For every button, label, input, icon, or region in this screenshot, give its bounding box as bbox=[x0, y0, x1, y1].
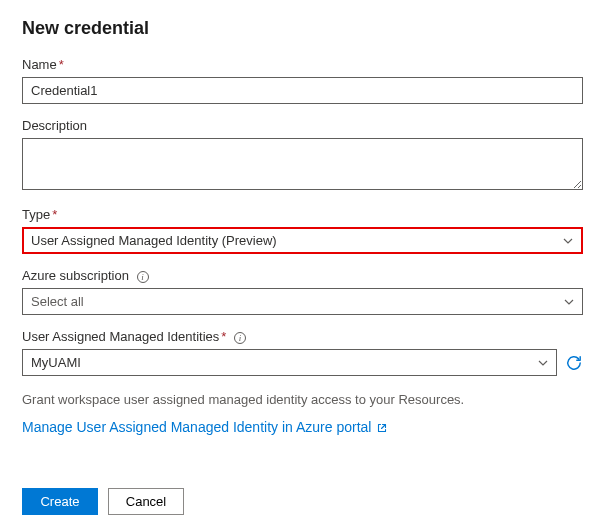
info-icon[interactable]: i bbox=[234, 332, 246, 344]
uami-select[interactable]: MyUAMI bbox=[22, 349, 557, 376]
page-title: New credential bbox=[22, 18, 583, 39]
info-icon[interactable]: i bbox=[137, 271, 149, 283]
chevron-down-icon bbox=[563, 238, 573, 244]
cancel-button[interactable]: Cancel bbox=[108, 488, 184, 515]
name-label: Name* bbox=[22, 57, 583, 72]
chevron-down-icon bbox=[564, 299, 574, 305]
refresh-icon[interactable] bbox=[565, 354, 583, 372]
type-select[interactable]: User Assigned Managed Identity (Preview) bbox=[22, 227, 583, 254]
name-input[interactable] bbox=[22, 77, 583, 104]
type-label: Type* bbox=[22, 207, 583, 222]
subscription-label: Azure subscription i bbox=[22, 268, 583, 283]
subscription-select[interactable]: Select all bbox=[22, 288, 583, 315]
chevron-down-icon bbox=[538, 360, 548, 366]
uami-label: User Assigned Managed Identities* i bbox=[22, 329, 583, 344]
required-asterisk: * bbox=[221, 329, 226, 344]
create-button[interactable]: Create bbox=[22, 488, 98, 515]
required-asterisk: * bbox=[59, 57, 64, 72]
helper-text: Grant workspace user assigned managed id… bbox=[22, 392, 583, 407]
footer-actions: Create Cancel bbox=[22, 488, 184, 515]
required-asterisk: * bbox=[52, 207, 57, 222]
description-label: Description bbox=[22, 118, 583, 133]
external-link-icon bbox=[376, 421, 388, 433]
description-input[interactable] bbox=[22, 138, 583, 190]
manage-identity-link[interactable]: Manage User Assigned Managed Identity in… bbox=[22, 419, 388, 435]
